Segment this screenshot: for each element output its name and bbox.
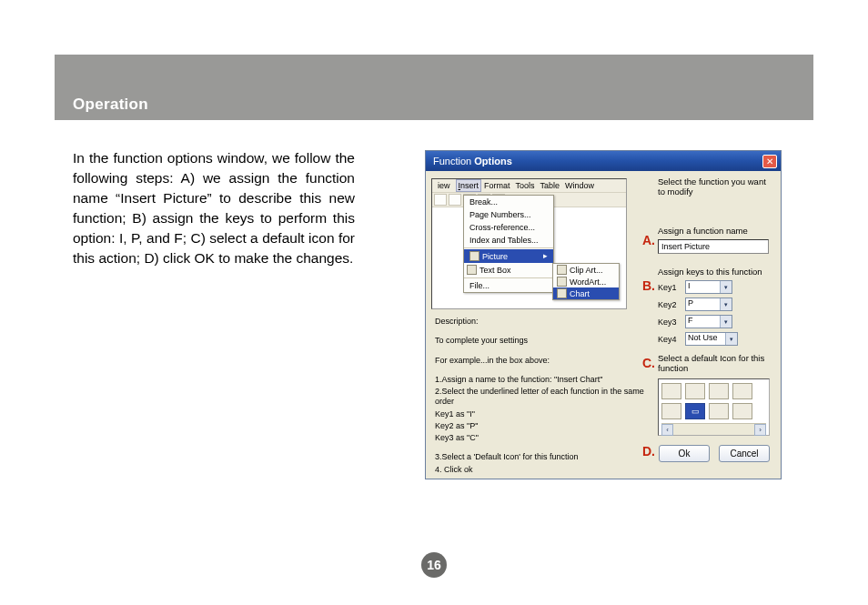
ok-button[interactable]: Ok [659, 445, 710, 462]
annotation-c: C. [642, 356, 655, 370]
key4-select[interactable]: Not Use▾ [685, 332, 738, 346]
icon-option[interactable] [709, 383, 729, 399]
menu-insert[interactable]: Insert [456, 179, 482, 192]
desc-line: 1.Assign a name to the function: "Insert… [435, 375, 644, 385]
assign-keys-block: Assign keys to this function Key1 I▾ Key… [658, 267, 774, 346]
dropdown-item-break[interactable]: Break... [464, 196, 553, 208]
key2-label: Key2 [658, 300, 681, 309]
key-row-3: Key3 F▾ [658, 315, 774, 328]
menu-preview-panel: iew Insert Format Tools Table Window Bre… [431, 178, 627, 309]
menubar: iew Insert Format Tools Table Window [432, 179, 626, 193]
icon-select-label: Select a default Icon for this function [658, 353, 774, 373]
desc-line: 3.Select a 'Default Icon' for this funct… [435, 452, 644, 462]
key4-value: Not Use [688, 333, 718, 342]
menu-format[interactable]: Format [481, 179, 513, 192]
function-options-dialog: Function Options ✕ iew Insert Format Too… [425, 150, 782, 479]
dialog-title-plain: Function [433, 156, 474, 166]
icon-panel: ▭ ‹ › [658, 378, 770, 436]
scroll-right-icon[interactable]: › [754, 424, 766, 436]
desc-line: Description: [435, 317, 644, 327]
chevron-down-icon: ▾ [720, 298, 732, 310]
dropdown-item-index-tables[interactable]: Index and Tables... [464, 234, 553, 247]
dropdown-item-text-box[interactable]: Text Box [464, 263, 553, 277]
desc-line: 4. Click ok [435, 465, 644, 475]
chevron-down-icon: ▾ [720, 281, 732, 293]
description-block: Description: To complete your settings F… [435, 317, 644, 477]
menu-table[interactable]: Table [538, 179, 563, 192]
icon-scrollbar[interactable]: ‹ › [661, 423, 766, 435]
key-row-2: Key2 P▾ [658, 297, 774, 311]
icon-option[interactable] [661, 383, 681, 399]
icon-grid: ▭ [661, 383, 766, 419]
textbox-icon [467, 265, 477, 275]
submenu-item-chart[interactable]: Chart [553, 287, 619, 299]
dialog-body: iew Insert Format Tools Table Window Bre… [426, 171, 781, 479]
function-name-input[interactable] [658, 239, 769, 254]
dropdown-label: Picture [482, 252, 508, 261]
right-column: Select the function you want to modify A… [658, 176, 774, 462]
icon-option-selected[interactable]: ▭ [685, 403, 705, 419]
submenu-label: Clip Art... [570, 266, 603, 275]
key1-value: I [688, 281, 691, 290]
dialog-title-bold: Options [474, 156, 512, 166]
dialog-titlebar: Function Options ✕ [426, 151, 781, 171]
section-title: Operation [73, 96, 148, 114]
menu-window[interactable]: Window [562, 179, 597, 192]
dropdown-separator [464, 277, 553, 278]
key1-label: Key1 [658, 283, 681, 292]
chevron-down-icon: ▾ [725, 333, 737, 345]
key-row-1: Key1 I▾ [658, 280, 774, 294]
dropdown-label: Text Box [479, 266, 511, 275]
section-header: Operation [55, 89, 813, 120]
submenu-label: Chart [570, 289, 590, 298]
body-paragraph: In the function options window, we follo… [73, 148, 355, 268]
desc-line: Key1 as "I" [435, 409, 644, 419]
menu-view[interactable]: iew [432, 179, 456, 192]
icon-option[interactable] [732, 403, 752, 419]
dialog-title: Function Options [433, 156, 512, 166]
dropdown-item-file[interactable]: File... [464, 279, 553, 292]
desc-line: Key3 as "C" [435, 433, 644, 443]
key2-value: P [688, 298, 693, 308]
cancel-button[interactable]: Cancel [719, 445, 770, 462]
desc-line: To complete your settings [435, 336, 644, 346]
key3-value: F [688, 316, 693, 325]
chevron-down-icon: ▾ [720, 316, 732, 328]
close-icon[interactable]: ✕ [762, 155, 777, 168]
submenu-item-wordart[interactable]: WordArt... [553, 276, 619, 287]
chart-icon [557, 288, 567, 298]
menu-tools[interactable]: Tools [513, 179, 538, 192]
dropdown-item-page-numbers[interactable]: Page Numbers... [464, 208, 553, 221]
button-row: Ok Cancel [658, 445, 774, 462]
submenu-arrow-icon: ▸ [543, 251, 548, 261]
toolbar-icon [434, 194, 447, 206]
page-number: 16 [421, 552, 447, 578]
key2-select[interactable]: P▾ [685, 297, 732, 311]
submenu-label: WordArt... [570, 277, 606, 287]
key3-label: Key3 [658, 318, 681, 327]
icon-option[interactable] [685, 383, 705, 399]
insert-dropdown: Break... Page Numbers... Cross-reference… [463, 195, 554, 293]
assign-keys-label: Assign keys to this function [658, 267, 774, 277]
icon-option[interactable] [709, 403, 729, 419]
key-row-4: Key4 Not Use▾ [658, 332, 774, 346]
annotation-d: D. [642, 444, 655, 459]
clipart-icon [557, 265, 567, 275]
key1-select[interactable]: I▾ [685, 280, 732, 294]
dropdown-item-cross-reference[interactable]: Cross-reference... [464, 221, 553, 234]
page-number-value: 16 [427, 558, 441, 572]
desc-line: 2.Select the underlined letter of each f… [435, 387, 644, 408]
wordart-icon [557, 277, 567, 287]
submenu-item-clipart[interactable]: Clip Art... [553, 264, 619, 276]
annotation-b: B. [642, 278, 655, 293]
dropdown-separator [464, 247, 553, 248]
icon-option[interactable] [732, 383, 752, 399]
annotation-a: A. [642, 233, 655, 247]
toolbar-icon [449, 194, 461, 206]
icon-option[interactable] [661, 403, 681, 419]
desc-line: For example...in the box above: [435, 356, 644, 366]
key3-select[interactable]: F▾ [685, 315, 732, 328]
dropdown-item-picture[interactable]: Picture ▸ [464, 249, 553, 263]
top-instruction: Select the function you want to modify [658, 176, 774, 197]
scroll-left-icon[interactable]: ‹ [661, 424, 673, 436]
